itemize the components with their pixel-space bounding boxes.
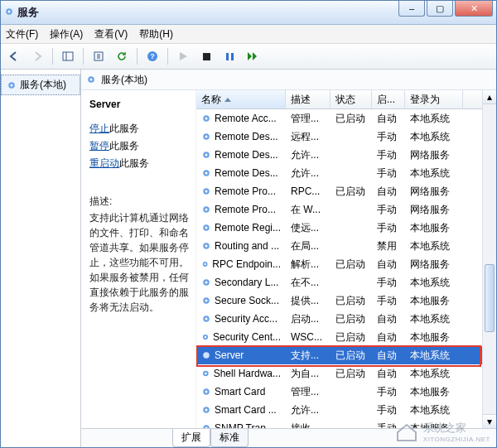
table-row[interactable]: Remote Des...远程...手动本地系统 — [196, 128, 482, 146]
table-row[interactable]: Server支持...已启动自动本地系统 — [196, 346, 482, 364]
description-label: 描述: — [89, 194, 189, 209]
refresh-button[interactable] — [112, 46, 132, 66]
gear-icon — [201, 186, 211, 196]
maximize-button[interactable]: ▢ — [427, 1, 453, 17]
table-row[interactable]: RPC Endpoin...解析...已启动自动网络服务 — [196, 255, 482, 273]
table-row[interactable]: Remote Regi...使远...手动本地服务 — [196, 219, 482, 237]
table-row[interactable]: Secondary L...在不...手动本地系统 — [196, 273, 482, 291]
gear-icon — [7, 80, 17, 90]
column-logon[interactable]: 登录为 — [405, 90, 463, 108]
titlebar[interactable]: 服务 – ▢ ✕ — [1, 1, 496, 25]
svg-point-39 — [205, 336, 206, 338]
svg-point-17 — [205, 136, 208, 138]
gear-icon — [201, 150, 211, 160]
table-row[interactable]: Smart Card管理...手动本地服务 — [196, 383, 482, 401]
nav-forward-button[interactable] — [27, 46, 47, 66]
table-row[interactable]: Smart Card ...允许...手动本地系统 — [196, 401, 482, 419]
svg-point-45 — [205, 391, 208, 393]
gear-icon — [86, 75, 96, 84]
show-hide-tree-button[interactable] — [58, 46, 78, 66]
svg-point-11 — [11, 84, 13, 86]
scrollbar-thumb[interactable] — [485, 264, 495, 332]
column-status[interactable]: 状态 — [331, 90, 372, 108]
bottom-tabs: 扩展 标准 — [81, 428, 496, 447]
svg-point-1 — [8, 10, 11, 12]
table-row[interactable]: Remote Pro...RPC...已启动自动网络服务 — [196, 182, 482, 200]
table-row[interactable]: SNMP Trap接收...手动本地服务 — [196, 419, 482, 428]
vertical-scrollbar[interactable]: ▴ ▾ — [482, 90, 496, 428]
table-row[interactable]: Remote Acc...管理...已启动自动本地系统 — [196, 109, 482, 128]
description-text: 支持此计算机通过网络的文件、打印、和命名管道共享。如果服务停止，这些功能不可用。… — [89, 210, 189, 315]
menu-view[interactable]: 查看(V) — [94, 27, 128, 41]
tab-standard[interactable]: 标准 — [210, 429, 248, 447]
menu-help[interactable]: 帮助(H) — [139, 27, 173, 41]
svg-point-21 — [205, 172, 208, 175]
menu-action[interactable]: 操作(A) — [50, 27, 83, 41]
gear-icon — [201, 205, 211, 214]
list-rows: Remote Acc...管理...已启动自动本地系统Remote Des...… — [196, 109, 482, 428]
gear-icon — [201, 296, 211, 306]
svg-rect-8 — [226, 53, 229, 60]
pause-link[interactable]: 暂停 — [89, 140, 109, 152]
stop-service-button[interactable] — [196, 46, 216, 66]
svg-point-13 — [90, 79, 93, 81]
table-row[interactable]: Remote Des...允许...手动本地系统 — [196, 164, 482, 182]
svg-point-43 — [205, 373, 207, 375]
column-description[interactable]: 描述 — [286, 90, 331, 108]
gear-icon — [201, 241, 211, 251]
view-header: 服务(本地) — [81, 70, 496, 90]
svg-text:?: ? — [150, 52, 155, 60]
gear-icon — [201, 113, 211, 123]
table-row[interactable]: Security Cent...WSC...已启动自动本地服务 — [196, 328, 482, 346]
detail-pane: Server 停止此服务 暂停此服务 重启动此服务 描述: 支持此计算机通过网络… — [81, 90, 195, 428]
gear-icon — [201, 314, 211, 324]
list-header: 名称 描述 状态 启... 登录为 — [196, 90, 482, 109]
tree-item-label: 服务(本地) — [20, 78, 66, 92]
svg-rect-9 — [231, 53, 234, 60]
table-row[interactable]: Remote Pro...在 W...手动网络服务 — [196, 200, 482, 219]
svg-point-31 — [204, 263, 205, 265]
start-service-button[interactable] — [173, 46, 193, 66]
help-button[interactable]: ? — [142, 46, 162, 66]
column-name[interactable]: 名称 — [196, 90, 286, 108]
table-row[interactable]: Remote Des...允许...手动网络服务 — [196, 146, 482, 164]
column-startup[interactable]: 启... — [372, 90, 405, 108]
close-button[interactable]: ✕ — [455, 1, 493, 17]
services-window: 服务 – ▢ ✕ 文件(F) 操作(A) 查看(V) 帮助(H) ? — [0, 0, 497, 448]
gear-icon — [201, 423, 211, 428]
services-list: 名称 描述 状态 启... 登录为 Remote Acc...管理...已启动自… — [195, 90, 496, 428]
tree-item-services-local[interactable]: 服务(本地) — [1, 75, 80, 95]
svg-rect-2 — [63, 52, 73, 60]
scroll-down-arrow-icon[interactable]: ▾ — [483, 414, 496, 428]
svg-point-15 — [205, 118, 208, 120]
svg-point-33 — [205, 282, 208, 284]
menu-file[interactable]: 文件(F) — [6, 27, 38, 41]
scroll-up-arrow-icon[interactable]: ▴ — [483, 90, 496, 104]
svg-point-29 — [205, 245, 208, 248]
svg-point-27 — [205, 227, 207, 229]
export-list-button[interactable] — [89, 46, 109, 66]
nav-back-button[interactable] — [4, 46, 24, 66]
gear-icon — [201, 387, 211, 397]
stop-link[interactable]: 停止 — [89, 123, 109, 134]
table-row[interactable]: Secure Sock...提供...已启动手动本地服务 — [196, 291, 482, 310]
pause-service-button[interactable] — [220, 46, 239, 66]
minimize-button[interactable]: – — [398, 1, 425, 17]
table-row[interactable]: Security Acc...启动...已启动自动本地系统 — [196, 310, 482, 328]
selected-service-name: Server — [89, 99, 189, 110]
tab-extended[interactable]: 扩展 — [172, 429, 210, 447]
restart-service-button[interactable] — [243, 46, 263, 66]
restart-link[interactable]: 重启动 — [89, 157, 119, 169]
gear-icon — [201, 405, 211, 415]
toolbar: ? — [1, 44, 496, 70]
console-tree: 服务(本地) — [1, 70, 81, 447]
gear-icon — [201, 332, 210, 342]
view-title: 服务(本地) — [101, 73, 147, 87]
gear-icon — [201, 369, 210, 378]
gear-icon — [201, 259, 209, 269]
gear-icon — [201, 277, 211, 287]
sort-asc-icon — [224, 98, 231, 102]
svg-point-37 — [205, 318, 208, 320]
table-row[interactable]: Shell Hardwa...为自...已启动自动本地系统 — [196, 364, 482, 383]
table-row[interactable]: Routing and ...在局...禁用本地系统 — [196, 237, 482, 255]
